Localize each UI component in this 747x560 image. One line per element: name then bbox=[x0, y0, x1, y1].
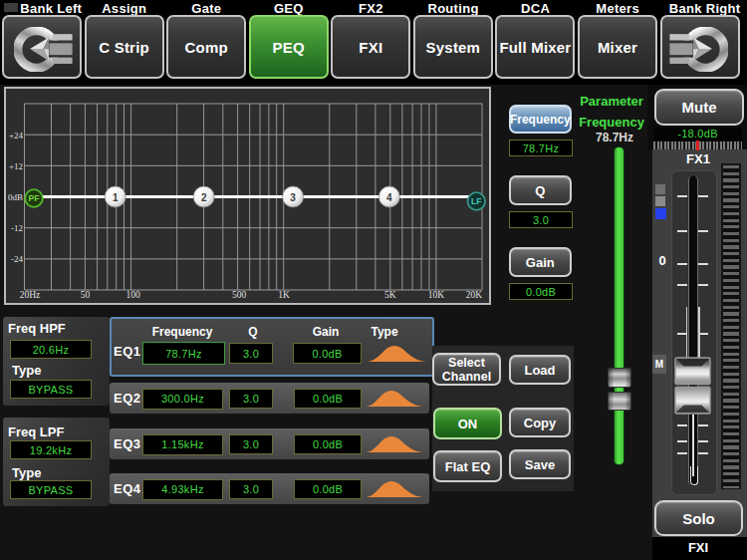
svg-text:20Hz: 20Hz bbox=[20, 290, 41, 300]
svg-text:+24: +24 bbox=[9, 131, 24, 140]
svg-text:5K: 5K bbox=[384, 290, 396, 300]
svg-text:+12: +12 bbox=[9, 161, 23, 171]
svg-text:1K: 1K bbox=[278, 290, 290, 300]
svg-text:0dB: 0dB bbox=[8, 192, 23, 202]
svg-text:3: 3 bbox=[290, 192, 296, 203]
svg-text:1: 1 bbox=[113, 192, 119, 203]
svg-text:10K: 10K bbox=[428, 290, 445, 300]
svg-text:20K: 20K bbox=[466, 290, 483, 300]
svg-text:4: 4 bbox=[386, 192, 392, 203]
svg-text:-12: -12 bbox=[11, 223, 23, 233]
svg-text:-24: -24 bbox=[11, 254, 23, 264]
svg-text:50: 50 bbox=[81, 290, 91, 300]
svg-text:PF: PF bbox=[29, 193, 40, 203]
svg-text:2: 2 bbox=[201, 192, 207, 203]
svg-text:500: 500 bbox=[232, 290, 247, 300]
svg-text:100: 100 bbox=[125, 290, 140, 300]
svg-text:LF: LF bbox=[471, 196, 481, 206]
